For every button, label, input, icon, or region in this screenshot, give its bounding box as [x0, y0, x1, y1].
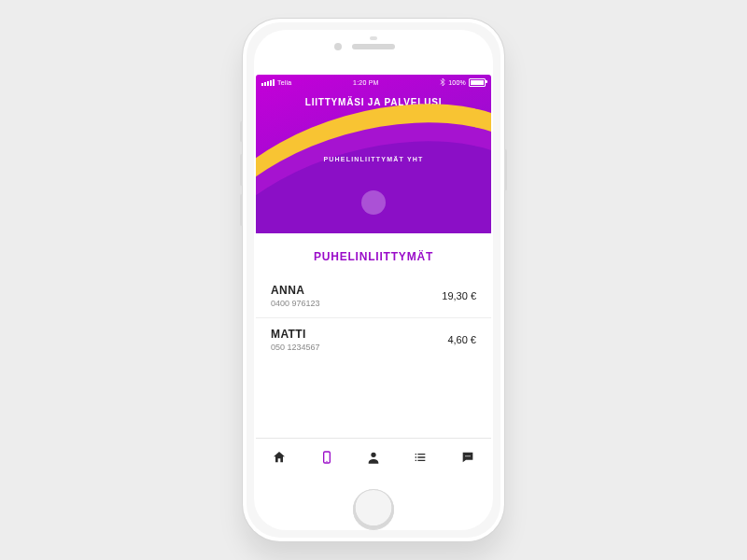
carrier-label: Telia — [277, 79, 291, 86]
svg-point-1 — [326, 461, 327, 462]
subscriber-number: 050 1234567 — [271, 343, 320, 352]
battery-icon — [469, 78, 486, 87]
subscriber-number: 0400 976123 — [271, 299, 320, 308]
phone-chassis: Telia 1:20 PM 100% LIITTYMÄSI JA PALVELU… — [243, 19, 504, 541]
battery-pct: 100% — [448, 79, 466, 86]
tab-bar — [256, 438, 491, 476]
svg-point-2 — [465, 455, 466, 456]
signal-icon — [261, 79, 275, 86]
person-icon — [366, 450, 381, 465]
volume-down — [240, 194, 243, 226]
subscriber-price: 19,30 € — [442, 290, 476, 301]
subscriptions-section: PUHELINLIITTYMÄT ANNA 0400 976123 19,30 … — [256, 233, 491, 438]
list-item[interactable]: MATTI 050 1234567 4,60 € — [256, 318, 491, 361]
total-subtitle: PUHELINLIITTYMÄT YHT — [256, 156, 491, 162]
screen: Telia 1:20 PM 100% LIITTYMÄSI JA PALVELU… — [256, 75, 491, 476]
tab-profile[interactable] — [350, 439, 397, 476]
svg-point-3 — [467, 455, 468, 456]
home-icon — [272, 450, 287, 465]
earpiece — [352, 44, 395, 49]
list-item[interactable]: ANNA 0400 976123 19,30 € — [256, 274, 491, 317]
tab-chat[interactable] — [444, 439, 491, 476]
section-title: PUHELINLIITTYMÄT — [256, 250, 491, 263]
clock: 1:20 PM — [353, 79, 378, 86]
subscriber-price: 4,60 € — [447, 334, 476, 345]
phone-icon — [319, 450, 334, 465]
tab-list[interactable] — [397, 439, 444, 476]
tab-phone[interactable] — [303, 439, 349, 476]
home-button[interactable] — [353, 489, 394, 530]
prox-sensor — [370, 36, 377, 40]
mute-switch — [240, 121, 243, 142]
chat-icon — [460, 450, 475, 465]
volume-up — [240, 154, 243, 186]
status-bar: Telia 1:20 PM 100% — [256, 75, 491, 90]
subscriber-name: MATTI — [271, 328, 320, 341]
page-indicator[interactable] — [361, 190, 386, 215]
subscriber-name: ANNA — [271, 284, 320, 297]
power-button — [504, 149, 507, 190]
tab-home[interactable] — [256, 439, 303, 476]
list-icon — [413, 450, 428, 465]
svg-point-4 — [469, 455, 470, 456]
front-camera — [334, 43, 342, 50]
stage: Telia 1:20 PM 100% LIITTYMÄSI JA PALVELU… — [0, 0, 747, 560]
bluetooth-icon — [440, 78, 445, 87]
hero-panel: Telia 1:20 PM 100% LIITTYMÄSI JA PALVELU… — [256, 75, 491, 233]
